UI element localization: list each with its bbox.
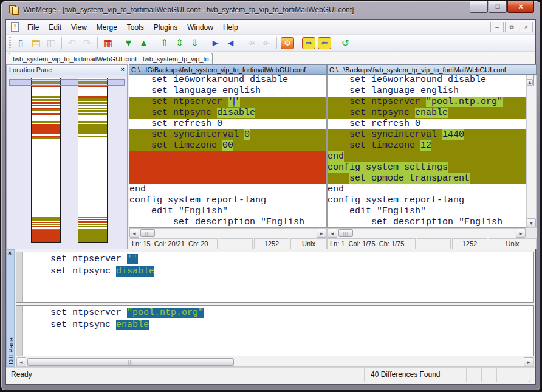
copy-left-button[interactable]: ◄ — [223, 36, 238, 50]
code-text: set timezone — [129, 140, 222, 151]
code-line[interactable]: end — [328, 184, 526, 195]
code-line[interactable]: end — [129, 184, 326, 195]
diff-location-stripe — [78, 98, 107, 101]
menu-edit[interactable]: Edit — [44, 21, 66, 33]
code-line[interactable]: end — [328, 151, 526, 162]
left-file-path-header[interactable]: C:\...IG\Backups\fwb_system_vip_to_forti… — [129, 64, 327, 75]
right-vscroll-thumb[interactable] — [533, 75, 534, 86]
scroll-left-icon[interactable]: ◄ — [129, 229, 139, 238]
scroll-right-icon[interactable]: ► — [516, 229, 526, 238]
code-line[interactable]: config system settings — [328, 162, 526, 173]
copy-all-left-button[interactable]: ⇐ — [318, 37, 331, 49]
title-bar[interactable]: WinMerge - [fwb_system_vip_to_fortimailW… — [1, 1, 540, 19]
location-pane-close-icon[interactable]: × — [121, 66, 125, 73]
code-line[interactable]: set syncinterval 0 — [129, 129, 326, 140]
code-line[interactable]: set ntpserver "pool.ntp.org" — [328, 97, 526, 108]
code-text: set description "English — [129, 217, 304, 227]
mdi-minimize-button[interactable]: – — [490, 22, 504, 32]
code-line[interactable]: set description "English — [328, 217, 526, 228]
location-bar-right[interactable] — [78, 78, 108, 243]
diff-section-0-text[interactable]: set ntpserver '' set ntpsync disable — [24, 253, 533, 302]
location-pane: Location Pane × — [6, 64, 128, 249]
right-vertical-scrollbar[interactable]: ▲ ▼ — [526, 75, 537, 228]
copy-right-button[interactable]: ► — [208, 36, 223, 50]
next-difference-button[interactable]: ▼ — [121, 36, 136, 50]
close-button[interactable]: × — [507, 1, 534, 13]
right-hscroll-thumb[interactable]: ||| — [338, 229, 353, 237]
menu-file[interactable]: File — [22, 21, 44, 33]
location-pane-body[interactable] — [7, 75, 127, 249]
code-line[interactable]: set refresh 0 — [129, 119, 326, 129]
first-difference-button[interactable]: ⇑ — [157, 36, 172, 50]
menu-plugins[interactable]: Plugins — [149, 21, 182, 33]
scroll-left-icon[interactable]: ◄ — [328, 229, 337, 238]
toolbar-separator — [154, 37, 154, 49]
code-line[interactable]: config system report-lang — [129, 195, 326, 206]
maximize-button[interactable]: □ — [489, 1, 507, 13]
open-button[interactable]: ▤ — [29, 36, 44, 50]
code-line[interactable]: config system report-lang — [328, 195, 526, 206]
last-difference-button[interactable]: ⇓ — [187, 36, 202, 50]
left-horizontal-scrollbar[interactable]: ◄ ||| ► — [129, 228, 327, 238]
diff-hscroll-thumb[interactable]: ||| — [27, 358, 234, 366]
left-hscroll-thumb[interactable]: ||| — [140, 229, 155, 237]
previous-difference-button[interactable]: ▲ — [136, 36, 151, 50]
tab-compare-files[interactable]: fwb_system_vip_to_fortimailWebGUI.conf -… — [9, 53, 213, 64]
toolbar-separator — [335, 37, 335, 49]
code-line[interactable]: set ntpsync enable — [328, 108, 526, 119]
current-difference-button[interactable]: ⇕ — [172, 36, 187, 50]
location-view-indicator[interactable] — [9, 79, 125, 86]
right-code-view[interactable]: set ie6workaround disable set language e… — [327, 75, 526, 228]
view-differences-button[interactable]: ▦ — [100, 36, 115, 50]
diff-section-1-text[interactable]: set ntpserver "pool.ntp.org" set ntpsync… — [24, 307, 533, 356]
diff-pane-close-icon[interactable]: × — [8, 250, 12, 256]
menu-merge[interactable]: Merge — [92, 21, 122, 33]
toolbar-separator — [205, 37, 205, 49]
code-line[interactable]: set timezone 00 — [129, 140, 326, 151]
code-line[interactable]: set ntpsync disable — [129, 108, 326, 119]
code-line[interactable]: set language english — [328, 86, 526, 97]
scroll-up-icon[interactable]: ▲ — [527, 79, 533, 86]
location-pane-header[interactable]: Location Pane × — [7, 65, 127, 75]
menu-window[interactable]: Window — [182, 21, 218, 33]
left-code-view[interactable]: set ie6workaround disable set language e… — [129, 75, 327, 228]
left-encoding: 1252 — [254, 238, 289, 249]
code-line[interactable]: set refresh 0 — [328, 119, 526, 129]
code-line[interactable]: set opmode transparent — [328, 173, 526, 184]
view-differences-icon: ▦ — [103, 38, 112, 48]
new-file-button[interactable]: ▯ — [13, 36, 29, 50]
code-line[interactable]: set language english — [129, 86, 326, 97]
code-line[interactable]: edit "English" — [328, 206, 526, 217]
mdi-close-button[interactable]: × — [520, 22, 533, 32]
diff-pane-line: set ntpsync disable — [29, 266, 533, 278]
code-line[interactable]: set timezone 12 — [328, 140, 526, 151]
code-line[interactable]: set ie6workaround disable — [129, 75, 326, 86]
code-line[interactable]: set syncinterval 1440 — [328, 129, 526, 140]
scroll-right-icon[interactable]: ► — [524, 357, 533, 366]
menu-view[interactable]: View — [66, 21, 92, 33]
code-line[interactable]: set description "English — [129, 217, 326, 228]
menu-help[interactable]: Help — [218, 21, 243, 33]
missing-lines-block[interactable] — [129, 151, 326, 184]
right-horizontal-scrollbar[interactable]: ◄ ||| ► — [327, 228, 526, 238]
menu-tools[interactable]: Tools — [122, 21, 149, 33]
scroll-right-icon[interactable]: ► — [317, 229, 326, 238]
minimize-button[interactable]: – — [470, 1, 488, 13]
copy-all-right-button[interactable]: ⇒ — [302, 37, 315, 49]
diff-location-stripe — [32, 229, 60, 230]
diff-pane-horizontal-scrollbar[interactable]: ◄ ||| ► — [16, 357, 534, 367]
code-line[interactable]: edit "English" — [129, 206, 326, 217]
code-line[interactable]: set ie6workaround disable — [328, 75, 526, 86]
options-button[interactable]: ⚙ — [281, 37, 294, 49]
mdi-restore-button[interactable]: ⧉ — [505, 22, 518, 32]
scroll-left-icon[interactable]: ◄ — [16, 357, 26, 366]
location-bar-left[interactable] — [31, 78, 61, 243]
copy-right-and-advance-button: ↠ — [244, 36, 259, 50]
code-line[interactable]: set ntpserver '' — [129, 97, 326, 108]
scroll-down-icon[interactable]: ▼ — [527, 218, 536, 227]
resize-grip-icon[interactable] — [527, 368, 535, 382]
diff-location-stripe — [78, 113, 107, 115]
right-file-path-header[interactable]: C:\...\Backups\fwb_system_tp_vip_to_fort… — [327, 64, 537, 75]
diff-word-highlight: end — [328, 151, 344, 162]
refresh-button[interactable]: ↺ — [338, 36, 353, 50]
